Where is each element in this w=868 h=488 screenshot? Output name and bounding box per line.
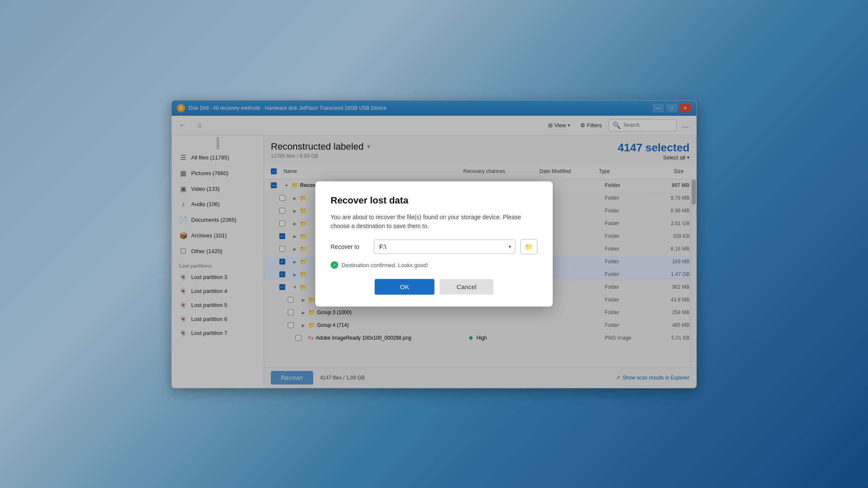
dialog-body: You are about to recover the file(s) fou… [331,213,537,231]
status-success-icon [331,261,338,269]
dialog-status: Destination confirmed. Looks good! [331,261,537,269]
ok-button[interactable]: OK [375,279,435,295]
dialog-title: Recover lost data [331,195,537,206]
dialog-buttons: OK Cancel [331,279,537,295]
destination-select[interactable]: F:\ [374,240,515,254]
recover-dialog: Recover lost data You are about to recov… [315,181,553,307]
cancel-button[interactable]: Cancel [440,279,493,295]
folder-browse-icon: 📁 [525,243,533,251]
browse-folder-button[interactable]: 📁 [520,239,537,254]
recover-to-label: Recover to [331,243,369,250]
recover-to-row: Recover to F:\ ▾ 📁 [331,239,537,254]
dialog-overlay: Recover lost data You are about to recov… [0,0,868,488]
status-text: Destination confirmed. Looks good! [342,262,428,268]
destination-select-wrapper: F:\ ▾ [374,240,515,254]
